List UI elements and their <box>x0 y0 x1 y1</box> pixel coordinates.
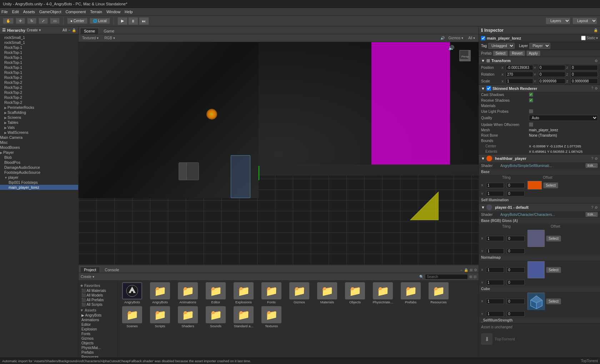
tiling-normal-x[interactable] <box>486 267 504 273</box>
tree-objects[interactable]: Objects <box>80 341 116 345</box>
pause-button[interactable]: ⏸ <box>128 17 138 25</box>
tab-console[interactable]: Console <box>101 267 123 273</box>
rotate-tool[interactable]: ↻ <box>27 18 36 24</box>
hier-item-scaffolding[interactable]: ▶Scaffolding <box>0 110 78 115</box>
material2-gear[interactable]: ⚙ <box>595 206 598 209</box>
hier-item-rocktop1d[interactable]: RockTop-1 <box>0 60 78 65</box>
rot-y-input[interactable] <box>538 72 566 77</box>
hier-item-misc[interactable]: Misc <box>0 140 78 145</box>
hier-item-rocktop2a[interactable]: RockTop-2 <box>0 75 78 80</box>
fav-all-materials[interactable]: ⬛ All Materials <box>80 288 116 293</box>
layout-dropdown[interactable]: Layout <box>572 17 597 24</box>
viewport[interactable]: Persp 🔊 <box>79 42 479 265</box>
tiling2-x-input[interactable] <box>486 236 504 241</box>
folder-sounds[interactable]: 📁 Sounds <box>203 306 229 328</box>
folder-physicmate[interactable]: 📁 PhysicMate... <box>370 282 396 304</box>
offset2-y-input[interactable] <box>507 248 525 254</box>
shader1-edit-btn[interactable]: Edit... <box>585 163 598 168</box>
scene-all-btn[interactable]: All ▾ <box>467 36 476 40</box>
scale-y-input[interactable] <box>538 79 566 84</box>
folder-shaders[interactable]: 📁 Shaders <box>175 306 201 328</box>
hier-item-player[interactable]: ▶Player <box>0 150 78 155</box>
project-search[interactable] <box>425 274 468 279</box>
small-icons-btn[interactable]: ⊞ <box>469 275 472 279</box>
hier-item-perimeterrocks[interactable]: ▶PerimeterRocks <box>0 105 78 110</box>
tree-fonts[interactable]: Fonts <box>80 332 116 336</box>
folder-angrybots-logo[interactable]: AngryBots <box>119 282 145 304</box>
tree-animations[interactable]: Animations <box>80 318 116 322</box>
folder-prefabs[interactable]: 📁 Prefabs <box>398 282 424 304</box>
prefab-select-btn[interactable]: Select <box>493 51 508 56</box>
hier-item-tables[interactable]: ▶Tables <box>0 120 78 125</box>
skinned-mesh-header[interactable]: ▼ Skinned Mesh Renderer ? ⚙ <box>479 85 600 92</box>
menu-terrain[interactable]: Terrain <box>90 10 102 14</box>
hier-item-rocktop2b[interactable]: RockTop-2 <box>0 80 78 85</box>
folder-standard[interactable]: 📁 Standard a... <box>231 306 256 328</box>
offset-cube-y[interactable] <box>507 311 525 317</box>
rot-z-input[interactable] <box>570 72 598 77</box>
step-button[interactable]: ⏭ <box>139 17 149 25</box>
hier-item-maincamera[interactable]: Main Camera <box>0 135 78 140</box>
rot-x-input[interactable] <box>506 72 533 77</box>
hier-item-rocktop2e[interactable]: RockTop-2 <box>0 95 78 100</box>
update-offscreen-check[interactable] <box>529 122 533 127</box>
transform-header[interactable]: ▼ ⊞ Transform ⚙ <box>479 57 600 64</box>
tiling1-y-input[interactable] <box>486 191 504 196</box>
hier-item-rocksmall1b[interactable]: rockSmall_1 <box>0 40 78 45</box>
hier-item-damageaudio[interactable]: DamageAudioSource <box>0 165 78 170</box>
hier-item-rocktop1a[interactable]: RockTop-1 <box>0 45 78 50</box>
bottom-lock-btn[interactable]: 🔒 <box>464 268 468 272</box>
quality-select[interactable]: Auto <box>529 115 598 121</box>
tree-prefabs[interactable]: Prefabs <box>80 350 116 355</box>
skinned-mesh-question[interactable]: ? <box>591 86 593 90</box>
pivot-toggle[interactable]: ● Center <box>67 18 88 24</box>
pos-y-input[interactable] <box>538 65 566 70</box>
obj-active-checkbox[interactable] <box>481 36 485 40</box>
offset1-y-input[interactable] <box>507 191 525 196</box>
tiling2-y-input[interactable] <box>486 248 504 254</box>
material2-header[interactable]: ▼ player-01 - default ? ⚙ <box>479 203 600 211</box>
shader2-edit-btn[interactable]: Edit... <box>585 212 598 217</box>
hier-item-blob[interactable]: Blob <box>0 155 78 160</box>
hier-item-screens[interactable]: ▶Screens <box>0 115 78 120</box>
offset-normal-x[interactable] <box>507 267 525 273</box>
hand-tool[interactable]: ✋ <box>3 18 14 24</box>
material1-gear[interactable]: ⚙ <box>595 157 598 161</box>
offset-normal-y[interactable] <box>507 280 525 285</box>
gizmos-btn[interactable]: Gizmos ▾ <box>447 36 465 40</box>
hier-item-rocktop2f[interactable]: RockTop-2 <box>0 100 78 105</box>
hier-item-rocktop1e[interactable]: RockTop-1 <box>0 65 78 70</box>
scene-mode-btn[interactable]: Textured ▾ <box>81 36 100 40</box>
use-light-probes-check[interactable] <box>529 109 533 113</box>
tag-dropdown[interactable]: Untagged <box>488 43 515 49</box>
cube-select-btn[interactable]: Select <box>546 298 561 304</box>
hier-item-moodboxes[interactable]: MoodBoxes <box>0 145 78 150</box>
offset-cube-x[interactable] <box>507 299 525 304</box>
menu-component[interactable]: Component <box>65 10 86 14</box>
menu-help[interactable]: Help <box>125 10 133 14</box>
base1-color-swatch[interactable] <box>528 181 542 189</box>
folder-explosions[interactable]: 📁 Explosions <box>231 282 256 304</box>
folder-editor[interactable]: 📁 Editor <box>203 282 229 304</box>
tiling-cube-y[interactable] <box>486 311 504 317</box>
folder-angrybots[interactable]: 📁 AngryBots <box>147 282 173 304</box>
fav-all-scripts[interactable]: ⬛ All Scripts <box>80 302 116 307</box>
inspector-lock[interactable]: 🔒 <box>594 28 598 32</box>
folder-resources[interactable]: 📁 Resources <box>426 282 451 304</box>
menu-window[interactable]: Window <box>106 10 120 14</box>
folder-scripts[interactable]: 📁 Scripts <box>147 306 173 328</box>
menu-file[interactable]: File <box>1 10 8 14</box>
bottom-gear-btn[interactable]: ⚙ <box>474 268 477 272</box>
bottom-collapse-btn[interactable]: – <box>460 268 462 272</box>
menu-gameobject[interactable]: GameObject <box>39 10 61 14</box>
prefab-revert-btn[interactable]: Revert <box>509 51 525 56</box>
offset1-x-input[interactable] <box>507 183 525 188</box>
tab-scene[interactable]: Scene <box>80 28 99 34</box>
base2-select-btn[interactable]: Select <box>546 236 561 242</box>
hier-item-player-child[interactable]: ▼player <box>0 175 78 180</box>
tab-game[interactable]: Game <box>100 28 118 34</box>
scene-channels-btn[interactable]: RGB ▾ <box>103 36 116 40</box>
scale-x-input[interactable] <box>506 79 533 84</box>
folder-textures[interactable]: 📁 Textures <box>259 306 284 328</box>
skinned-mesh-gear[interactable]: ⚙ <box>595 86 598 90</box>
